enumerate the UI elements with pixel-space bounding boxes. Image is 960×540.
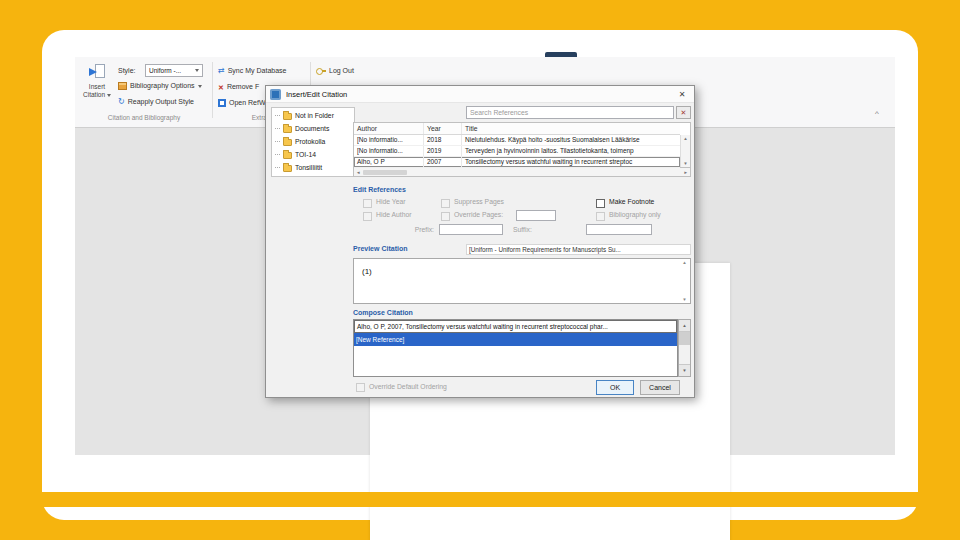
compose-citation-label: Compose Citation	[353, 309, 413, 316]
scroll-up-icon[interactable]: ▲	[681, 136, 690, 141]
scrollbar-track[interactable]	[679, 345, 690, 364]
suffix-input[interactable]	[586, 224, 652, 235]
scroll-up-icon[interactable]: ▲	[679, 320, 690, 332]
refworks-icon	[218, 99, 226, 107]
reapply-output-style-button[interactable]: ↻ Reapply Output Style	[118, 97, 194, 107]
column-header-author[interactable]: Author	[354, 123, 424, 134]
remove-icon: ✕	[218, 84, 224, 91]
cancel-button[interactable]: Cancel	[640, 380, 680, 395]
search-input[interactable]	[466, 106, 674, 119]
hide-year-label: Hide Year	[376, 198, 405, 205]
hide-year-checkbox	[363, 199, 372, 208]
bibliography-only-checkbox	[596, 212, 605, 221]
folder-item-not-in-folder[interactable]: Not in Folder	[272, 109, 354, 122]
scroll-down-icon[interactable]: ▼	[680, 297, 689, 302]
edit-references-label: Edit References	[353, 186, 406, 193]
cell-year: 2018	[424, 135, 462, 145]
style-dropdown-value: Uniform -...	[149, 67, 181, 74]
dropdown-caret-icon	[198, 85, 202, 88]
insert-citation-icon	[89, 64, 106, 80]
table-row-selected[interactable]: Alho, O P 2007 Tonsillectomy versus watc…	[354, 157, 680, 168]
folder-item-tonsilliitit[interactable]: Tonsilliitit	[272, 161, 354, 174]
preview-citation-label: Preview Citation	[353, 245, 407, 252]
override-pages-input[interactable]	[516, 210, 556, 221]
column-header-title[interactable]: Title	[462, 123, 680, 134]
accent-stripe	[42, 492, 918, 507]
table-header-row: Author Year Title	[354, 123, 680, 135]
scroll-right-icon[interactable]: ►	[684, 170, 688, 175]
scroll-left-icon[interactable]: ◄	[356, 170, 360, 175]
ok-button[interactable]: OK	[596, 380, 634, 395]
scroll-up-icon[interactable]: ▲	[680, 260, 689, 265]
cell-author: [No informatio...	[354, 135, 424, 145]
insert-citation-label-line1: Insert	[77, 83, 117, 91]
scrollbar-thumb[interactable]	[363, 170, 407, 175]
scrollbar-thumb[interactable]	[679, 332, 690, 345]
scroll-down-icon[interactable]: ▼	[679, 364, 690, 376]
bibliography-options-button[interactable]: Bibliography Options	[118, 81, 202, 91]
cell-title: Terveyden ja hyvinvoinnin laitos. Tilast…	[462, 146, 680, 156]
folder-item-documents[interactable]: Documents	[272, 122, 354, 135]
cell-author: Alho, O P	[354, 157, 424, 167]
style-dropdown[interactable]: Uniform -...	[145, 64, 203, 77]
bibliography-options-label: Bibliography Options	[130, 81, 195, 91]
ribbon-group-separator	[212, 62, 213, 118]
folder-icon	[283, 126, 292, 133]
remove-field-codes-button[interactable]: ✕ Remove F	[218, 82, 259, 92]
table-vertical-scrollbar[interactable]: ▲ ▼	[680, 135, 690, 167]
make-footnote-checkbox[interactable]	[596, 199, 605, 208]
table-horizontal-scrollbar[interactable]: ◄ ►	[353, 168, 691, 177]
scroll-down-icon[interactable]: ▼	[681, 161, 690, 166]
book-icon	[118, 82, 127, 90]
collapse-ribbon-icon[interactable]: ^	[875, 109, 879, 118]
hide-author-checkbox	[363, 212, 372, 221]
folder-label: Tonsilliitit	[295, 164, 322, 171]
clear-search-icon[interactable]: ✕	[676, 106, 691, 119]
bibliography-only-label: Bibliography only	[609, 211, 661, 218]
preview-style-field[interactable]: [Uniform - Uniform Requirements for Manu…	[466, 244, 691, 255]
close-icon[interactable]: ✕	[670, 86, 694, 103]
preview-citation-box: (1) ▲ ▼	[353, 258, 691, 304]
dialog-title-bar[interactable]: Insert/Edit Citation ✕	[266, 86, 694, 103]
compose-vertical-scrollbar[interactable]: ▲ ▼	[678, 319, 691, 377]
hide-author-label: Hide Author	[376, 211, 412, 218]
citation-list-item-selected[interactable]: [New Reference]	[354, 333, 677, 346]
override-default-ordering-checkbox	[356, 383, 365, 392]
preview-scrollbar[interactable]: ▲ ▼	[680, 260, 689, 302]
sync-icon: ⇄	[218, 67, 225, 75]
refresh-icon: ↻	[118, 98, 125, 106]
reapply-output-style-label: Reapply Output Style	[128, 97, 194, 107]
cell-year: 2019	[424, 146, 462, 156]
insert-citation-button[interactable]: Insert Citation	[77, 62, 117, 120]
citation-list-item[interactable]: Alho, O P, 2007, Tonsillectomy versus wa…	[354, 320, 677, 333]
suffix-label: Suffix:	[513, 226, 532, 233]
insert-citation-label-line2: Citation	[83, 91, 105, 98]
folder-tree: Not in Folder Documents Protokolla TOI-1…	[271, 107, 355, 177]
folder-icon	[283, 165, 292, 172]
prefix-input[interactable]	[439, 224, 503, 235]
open-refworks-label: Open RefW	[229, 98, 266, 108]
log-out-button[interactable]: Log Out	[316, 66, 354, 76]
suppress-pages-checkbox	[441, 199, 450, 208]
folder-label: Documents	[295, 125, 329, 132]
table-row[interactable]: [No informatio... 2018 Nielutulehdus. Kä…	[354, 135, 680, 146]
cell-year: 2007	[424, 157, 462, 167]
group-label-citation-and-bibliography: Citation and Bibliography	[77, 114, 211, 121]
override-pages-checkbox	[441, 212, 450, 221]
override-default-ordering-label: Override Default Ordering	[369, 383, 447, 390]
tree-line	[275, 154, 280, 155]
open-refworks-button[interactable]: Open RefW	[218, 98, 266, 108]
column-header-year[interactable]: Year	[424, 123, 462, 134]
insert-edit-citation-dialog: Insert/Edit Citation ✕ Not in Folder Doc…	[265, 85, 695, 398]
compose-citation-list: Alho, O P, 2007, Tonsillectomy versus wa…	[353, 319, 678, 377]
folder-label: Not in Folder	[295, 112, 334, 119]
folder-item-protokolla[interactable]: Protokolla	[272, 135, 354, 148]
folder-item-toi-14[interactable]: TOI-14	[272, 148, 354, 161]
dialog-app-icon	[270, 89, 281, 100]
sync-my-database-button[interactable]: ⇄ Sync My Database	[218, 66, 286, 76]
table-row[interactable]: [No informatio... 2019 Terveyden ja hyvi…	[354, 146, 680, 157]
reference-table: Author Year Title [No informatio... 2018…	[353, 122, 691, 168]
remove-field-codes-label: Remove F	[227, 82, 259, 92]
log-out-label: Log Out	[329, 66, 354, 76]
dialog-title: Insert/Edit Citation	[286, 90, 347, 99]
